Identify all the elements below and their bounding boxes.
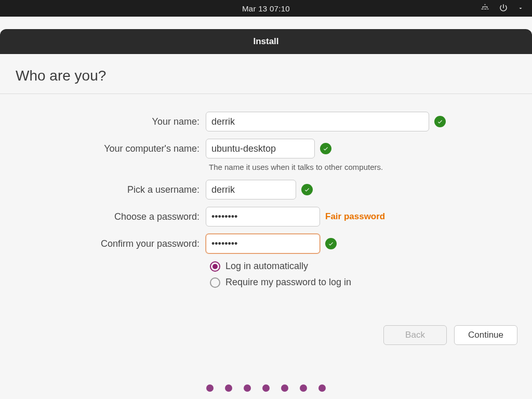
page-header: Who are you? — [0, 54, 532, 94]
progress-dot — [300, 384, 307, 392]
back-button[interactable]: Back — [383, 325, 447, 345]
confirm-password-field[interactable] — [206, 234, 320, 254]
row-password: Choose a password: Fair password — [0, 207, 532, 227]
radio-require-password[interactable]: Require my password to log in — [210, 277, 532, 288]
username-field[interactable] — [206, 180, 296, 200]
progress-dot — [206, 384, 214, 392]
window-title: Install — [253, 36, 278, 47]
hostname-hint: The name it uses when it talks to other … — [209, 163, 532, 171]
password-strength: Fair password — [325, 211, 385, 222]
window-titlebar: Install — [0, 29, 532, 54]
radio-label: Require my password to log in — [225, 277, 351, 288]
progress-dot — [225, 384, 232, 392]
radio-button[interactable] — [210, 277, 220, 288]
radio-button[interactable] — [210, 261, 220, 272]
power-icon[interactable] — [499, 3, 508, 14]
page-title: Who are you? — [16, 68, 516, 84]
progress-dots — [0, 384, 532, 392]
radio-label: Log in automatically — [225, 261, 308, 272]
row-username: Pick a username: — [0, 180, 532, 200]
network-icon[interactable] — [481, 3, 489, 14]
name-field[interactable] — [206, 112, 429, 131]
password-field[interactable] — [206, 207, 320, 227]
label-confirm: Confirm your password: — [0, 238, 206, 249]
nav-buttons: Back Continue — [0, 325, 532, 345]
hostname-field[interactable] — [206, 139, 315, 158]
topbar-system-menu[interactable] — [481, 3, 524, 14]
progress-dot — [262, 384, 270, 392]
progress-dot — [244, 384, 251, 392]
system-topbar: Mar 13 07:10 — [0, 0, 532, 17]
progress-dot — [318, 384, 326, 392]
label-password: Choose a password: — [0, 211, 206, 222]
label-username: Pick a username: — [0, 184, 206, 195]
check-icon — [320, 143, 331, 154]
row-confirm: Confirm your password: — [0, 234, 532, 254]
check-icon — [434, 116, 446, 127]
check-icon — [301, 184, 313, 195]
label-hostname: Your computer's name: — [0, 143, 206, 154]
clock[interactable]: Mar 13 07:10 — [242, 4, 290, 13]
chevron-down-icon[interactable] — [517, 4, 524, 13]
label-name: Your name: — [0, 116, 206, 127]
user-setup-form: Your name: Your computer's name: The nam… — [0, 94, 532, 288]
row-hostname: Your computer's name: — [0, 139, 532, 158]
progress-dot — [281, 384, 288, 392]
continue-button[interactable]: Continue — [454, 325, 517, 345]
radio-auto-login[interactable]: Log in automatically — [210, 261, 532, 272]
check-icon — [325, 238, 337, 249]
row-name: Your name: — [0, 112, 532, 131]
